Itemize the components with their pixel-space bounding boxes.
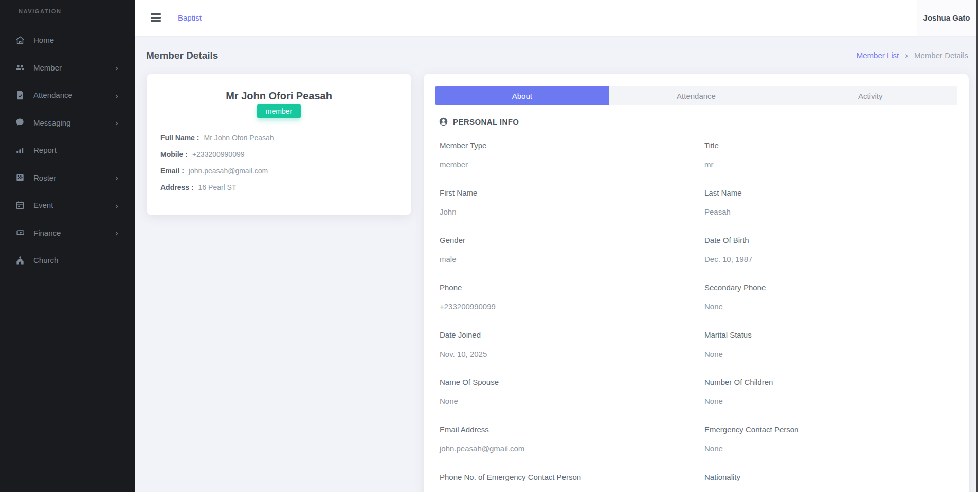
sidebar-item-label: Member — [33, 63, 62, 72]
sidebar-item-roster[interactable]: Roster — [0, 164, 135, 192]
member-type-badge[interactable]: member — [257, 104, 301, 118]
menu-toggle-icon[interactable] — [151, 13, 161, 22]
topbar: Baptist Joshua Gato — [135, 0, 980, 36]
roster-icon — [14, 172, 26, 183]
nav-section-label: NAVIGATION — [19, 8, 135, 14]
info-field-phone: Phone +233200990099 — [440, 283, 692, 312]
field-value: None — [704, 396, 956, 407]
field-label: Gender — [440, 235, 692, 245]
info-field-last-name: Last Name Peasah — [704, 188, 956, 217]
info-field-email-address: Email Address john.peasah@gmail.com — [440, 425, 692, 454]
personal-info-header: PERSONAL INFO — [439, 117, 519, 127]
field-label: Date Of Birth — [704, 235, 956, 245]
field-value: +233200990099 — [192, 149, 245, 160]
info-field-member-type: Member Type member — [440, 140, 692, 170]
field-label: Last Name — [704, 188, 956, 198]
field-label: Date Joined — [440, 330, 692, 340]
account-circle-icon — [439, 117, 448, 127]
user-name: Joshua Gato — [923, 13, 970, 22]
info-field-secondary-phone: Secondary Phone None — [704, 283, 956, 312]
sidebar-item-member[interactable]: Member — [0, 54, 135, 82]
info-field-gender: Gender male — [440, 235, 692, 265]
breadcrumb-current: Member Details — [914, 51, 968, 60]
field-value: Mr John Ofori Peasah — [204, 133, 274, 143]
profile-field-fullname: Full Name : Mr John Ofori Peasah — [160, 133, 274, 143]
section-title: PERSONAL INFO — [453, 117, 519, 126]
profile-field-address: Address : 16 Pearl ST — [160, 182, 274, 192]
sidebar-item-label: Church — [33, 256, 58, 265]
sidebar-item-report[interactable]: Report — [0, 136, 135, 164]
chevron-right-icon — [114, 92, 120, 98]
field-label: Member Type — [440, 140, 692, 151]
sidebar-item-home[interactable]: Home — [0, 26, 135, 54]
field-label: Full Name : — [160, 133, 199, 143]
breadcrumb: Member List › Member Details — [857, 51, 968, 60]
finance-icon — [14, 227, 26, 238]
sidebar-item-attendance[interactable]: Attendance — [0, 81, 135, 109]
sidebar-item-label: Messaging — [33, 118, 71, 127]
scrollbar-thumb[interactable] — [976, 0, 978, 492]
brand-link[interactable]: Baptist — [178, 13, 202, 22]
home-icon — [14, 34, 26, 46]
tab-activity[interactable]: Activity — [783, 86, 957, 105]
field-label: Marital Status — [704, 330, 956, 340]
user-menu[interactable]: Joshua Gato — [917, 0, 976, 36]
field-value: john.peasah@gmail.com — [189, 166, 268, 176]
profile-field-mobile: Mobile : +233200990099 — [160, 149, 274, 160]
field-value: member — [440, 160, 692, 170]
field-value: male — [440, 254, 692, 265]
sidebar-item-label: Home — [33, 36, 54, 44]
field-label: Email Address — [440, 425, 692, 435]
page-title: Member Details — [146, 50, 218, 61]
field-label: Secondary Phone — [704, 283, 956, 293]
tab-about[interactable]: About — [435, 86, 609, 105]
sidebar-item-label: Report — [33, 146, 57, 154]
field-value: John — [440, 207, 692, 217]
breadcrumb-link[interactable]: Member List — [857, 51, 899, 60]
sidebar-menu: Home Member Attendance Messaging Report … — [0, 14, 135, 274]
chevron-right-icon — [114, 64, 120, 71]
field-value: Dec. 10, 1987 — [704, 254, 956, 265]
field-label: Mobile : — [160, 149, 188, 160]
field-label: First Name — [440, 188, 692, 198]
field-value: Nov. 10, 2025 — [440, 349, 692, 359]
sidebar-item-church[interactable]: Church — [0, 247, 135, 274]
info-field-emergency-contact-person: Emergency Contact Person None — [704, 425, 956, 454]
chevron-right-icon — [114, 202, 120, 208]
field-label: Phone No. of Emergency Contact Person — [440, 472, 692, 482]
details-card: About Attendance Activity PERSONAL INFO … — [424, 74, 969, 492]
attendance-icon — [14, 90, 26, 101]
field-label: Email : — [160, 166, 184, 176]
sidebar-item-messaging[interactable]: Messaging — [0, 109, 135, 137]
sidebar: NAVIGATION Home Member Attendance Messag… — [0, 0, 135, 492]
messaging-icon — [14, 117, 26, 128]
profile-field-email: Email : john.peasah@gmail.com — [160, 166, 274, 176]
field-value: None — [440, 396, 692, 407]
sidebar-item-label: Roster — [33, 173, 56, 182]
event-icon — [14, 200, 26, 211]
chevron-right-icon — [114, 230, 120, 236]
field-label: Number Of Children — [704, 377, 956, 388]
field-value: None — [704, 349, 956, 359]
field-label: Title — [704, 140, 956, 151]
detail-tabs: About Attendance Activity — [435, 86, 957, 105]
profile-card: Mr John Ofori Peasah member Full Name : … — [147, 74, 411, 215]
info-field-title: Title mr — [704, 140, 956, 170]
tab-attendance[interactable]: Attendance — [609, 86, 784, 105]
field-value: Peasah — [704, 207, 956, 217]
sidebar-item-label: Attendance — [33, 91, 72, 99]
breadcrumb-separator-icon: › — [905, 51, 908, 59]
profile-fields: Full Name : Mr John Ofori Peasah Mobile … — [160, 133, 274, 192]
field-value: +233200990099 — [440, 302, 692, 312]
report-icon — [14, 145, 26, 156]
field-value: john.peasah@gmail.com — [440, 444, 692, 454]
sidebar-item-label: Finance — [33, 229, 61, 237]
field-label: Address : — [160, 182, 194, 192]
field-value: None — [704, 444, 956, 454]
field-value: mr — [704, 160, 956, 170]
field-value: None — [704, 302, 956, 312]
info-field-date-joined: Date Joined Nov. 10, 2025 — [440, 330, 692, 359]
sidebar-item-finance[interactable]: Finance — [0, 219, 135, 247]
church-icon — [14, 255, 26, 266]
sidebar-item-event[interactable]: Event — [0, 191, 135, 219]
